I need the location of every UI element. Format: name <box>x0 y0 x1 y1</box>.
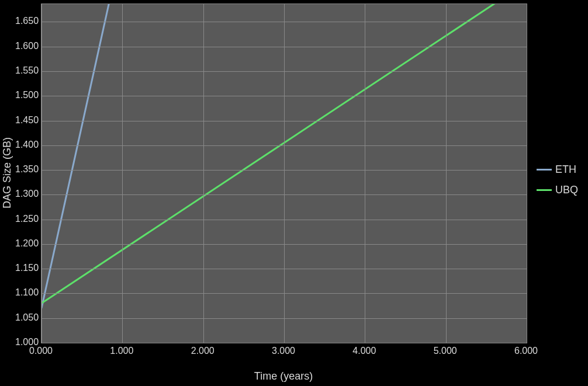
grid-horizontal <box>41 293 527 294</box>
x-tick-label: 4.000 <box>352 346 376 356</box>
grid-horizontal <box>41 22 527 22</box>
legend-label: ETH <box>555 164 576 176</box>
grid-horizontal <box>41 170 527 171</box>
y-tick-label: 1.650 <box>15 16 39 26</box>
grid-vertical <box>41 4 42 343</box>
legend-item-eth: ETH <box>537 164 578 176</box>
y-tick-label: 1.550 <box>15 65 39 76</box>
x-tick-label: 2.000 <box>191 346 215 356</box>
x-axis-title: Time (years) <box>254 370 313 382</box>
plot-area <box>41 4 527 343</box>
grid-horizontal <box>41 244 527 245</box>
legend-item-ubq: UBQ <box>537 184 578 196</box>
grid-vertical <box>446 4 447 343</box>
grid-vertical <box>365 4 365 343</box>
grid-vertical <box>122 4 123 343</box>
y-tick-label: 1.250 <box>15 214 39 224</box>
y-tick-label: 1.150 <box>15 263 39 273</box>
y-tick-label: 1.050 <box>15 312 39 323</box>
series-line-eth <box>41 4 122 308</box>
y-tick-label: 1.200 <box>15 238 39 249</box>
grid-horizontal <box>41 269 527 269</box>
grid-vertical <box>527 4 527 343</box>
y-tick-label: 1.500 <box>15 90 39 100</box>
y-tick-label: 1.600 <box>15 41 39 51</box>
grid-horizontal <box>41 220 527 220</box>
x-tick-label: 5.000 <box>434 346 457 356</box>
legend-swatch-eth <box>537 169 552 171</box>
x-tick-label: 1.000 <box>110 346 133 356</box>
y-tick-label: 1.100 <box>15 287 39 298</box>
y-tick-label: 1.000 <box>15 337 39 347</box>
chart-container: 0.0001.0002.0003.0004.0005.0006.000 1.00… <box>0 0 588 386</box>
y-axis-title: DAG Size (GB) <box>1 137 13 208</box>
grid-vertical <box>284 4 285 343</box>
grid-horizontal <box>41 318 527 319</box>
x-tick-label: 3.000 <box>272 346 295 356</box>
legend-label: UBQ <box>555 184 578 196</box>
y-tick-label: 1.300 <box>15 189 39 199</box>
y-tick-label: 1.450 <box>15 115 39 126</box>
grid-horizontal <box>41 121 527 121</box>
grid-horizontal <box>41 343 527 343</box>
grid-horizontal <box>41 47 527 47</box>
grid-horizontal <box>41 194 527 195</box>
grid-vertical <box>203 4 204 343</box>
x-tick-label: 6.000 <box>514 346 538 356</box>
legend: ETH UBQ <box>537 164 578 196</box>
y-tick-label: 1.400 <box>15 140 39 150</box>
grid-horizontal <box>41 145 527 146</box>
legend-swatch-ubq <box>537 189 552 191</box>
grid-horizontal <box>41 71 527 72</box>
grid-horizontal <box>41 96 527 96</box>
y-tick-label: 1.350 <box>15 164 39 175</box>
